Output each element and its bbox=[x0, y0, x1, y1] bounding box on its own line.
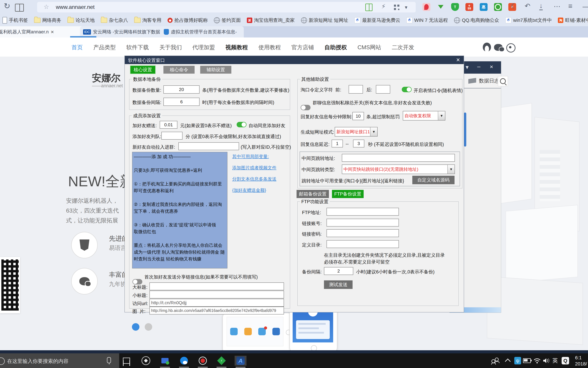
app-active-highlight[interactable]: A bbox=[235, 356, 246, 366]
bookmark-item[interactable]: 论坛天地 bbox=[67, 17, 95, 24]
close-icon[interactable]: × bbox=[490, 64, 493, 70]
nav-video[interactable]: 视频教程 bbox=[225, 44, 248, 51]
nav-tutorial[interactable]: 使用教程 bbox=[258, 44, 281, 51]
taskbar-search[interactable]: 在这里输入你要搜索的内容 bbox=[0, 353, 119, 368]
share-link-toggle[interactable] bbox=[132, 279, 142, 285]
delay-max-input[interactable] bbox=[353, 140, 364, 147]
nav-about[interactable]: 关于我们 bbox=[159, 44, 182, 51]
bookmark-item[interactable]: 新浪短网址 短网址 bbox=[301, 17, 348, 24]
qr-code-icon[interactable] bbox=[394, 5, 399, 10]
undo-icon[interactable]: ↶ bbox=[525, 2, 530, 10]
lightning-icon[interactable]: ⚡ bbox=[381, 3, 386, 10]
tray-people-icon[interactable] bbox=[490, 356, 500, 366]
download-icon[interactable]: ↓ bbox=[539, 2, 543, 10]
ext-shield-icon[interactable]: T bbox=[451, 3, 459, 11]
notes-icon[interactable] bbox=[365, 4, 372, 11]
tray-usb-icon[interactable]: ψ bbox=[513, 356, 523, 366]
select-arrow-icon[interactable]: ▼ bbox=[370, 127, 377, 136]
url-text[interactable]: www.annaer.net bbox=[56, 4, 95, 10]
app-remote-desktop-icon[interactable] bbox=[160, 356, 170, 366]
app-green-diamond-icon[interactable] bbox=[217, 356, 226, 366]
bookmark-item[interactable]: 淘旺铺-素材中心 bbox=[558, 17, 588, 24]
nav-cms[interactable]: CMS网站 bbox=[358, 44, 381, 51]
welcome-textarea[interactable]: ————添 加 成 功———— 只要3步,即可获得淘宝优惠券+返利 ①：把手机淘… bbox=[132, 152, 228, 268]
app-recorder-icon[interactable] bbox=[198, 356, 208, 366]
carousel-dot[interactable] bbox=[145, 323, 152, 331]
nav-selfauth[interactable]: 自助授权 bbox=[325, 44, 347, 51]
ext-huaban-icon[interactable] bbox=[422, 3, 430, 11]
ftp-dir-input[interactable] bbox=[326, 240, 399, 248]
pull-group-input[interactable] bbox=[178, 142, 239, 150]
select-arrow-icon[interactable]: ▼ bbox=[448, 165, 455, 174]
menu-icon[interactable]: ≡ bbox=[568, 2, 572, 10]
ftp-backup-button[interactable]: FTP备份设置 bbox=[332, 190, 364, 198]
backup-interval-input[interactable] bbox=[163, 98, 200, 106]
dialog-close-icon[interactable]: × bbox=[456, 56, 460, 64]
email-backup-button[interactable]: 邮箱备份设置 bbox=[297, 190, 329, 198]
nav-agent[interactable]: 代理加盟 bbox=[192, 44, 215, 51]
nav-store[interactable]: 官方店铺 bbox=[291, 44, 314, 51]
app-compass-icon[interactable] bbox=[141, 356, 151, 366]
gift-input[interactable] bbox=[160, 121, 177, 129]
ftp-interval-input[interactable] bbox=[324, 267, 353, 275]
backup-count-input[interactable] bbox=[163, 85, 200, 93]
tray-wifi-icon[interactable] bbox=[532, 356, 542, 366]
add-media-link[interactable]: 添加图片或者视频文件 bbox=[232, 165, 276, 171]
auto-accept-toggle[interactable] bbox=[237, 122, 246, 127]
force-private-toggle[interactable] bbox=[301, 105, 310, 110]
wechat-icon[interactable] bbox=[494, 44, 502, 51]
bookmark-item[interactable]: 签约页面 bbox=[214, 17, 241, 24]
ext-hui-icon[interactable]: 惠 bbox=[480, 3, 488, 11]
qq-icon[interactable] bbox=[483, 43, 491, 51]
tab-aux-settings[interactable]: 辅助设置 bbox=[200, 66, 231, 74]
task-view-button[interactable] bbox=[122, 356, 132, 366]
tkl-back-input[interactable] bbox=[376, 85, 390, 93]
custom-domain-button[interactable]: 自定义域名源码 bbox=[412, 176, 455, 184]
midpage-type-select[interactable]: 中间页快站跳转接口(2)(无需跳转地址) ▼ bbox=[342, 165, 455, 174]
address-bar[interactable]: ☆ www.annaer.net ⚡ ▾ bbox=[37, 2, 416, 12]
more-icon[interactable]: ⋯ bbox=[554, 2, 561, 10]
page-search-button[interactable] bbox=[498, 76, 508, 86]
bookmark-item[interactable]: తిwin7系统txt文件中 bbox=[505, 17, 552, 24]
emoji-command-toggle[interactable] bbox=[402, 87, 412, 92]
app-browser-q-icon[interactable] bbox=[179, 356, 189, 366]
bookmark-item[interactable]: 抢占微博好昵称 bbox=[167, 17, 208, 24]
bookmark-item[interactable]: తి最新亚马逊免费云 bbox=[354, 17, 400, 24]
tkl-front-input[interactable] bbox=[349, 85, 363, 93]
log-scrollbar[interactable] bbox=[464, 112, 466, 147]
chevron-down-icon[interactable]: ▾ bbox=[405, 4, 407, 10]
refresh-icon[interactable]: ↻ bbox=[4, 1, 10, 10]
nav-download[interactable]: 软件下载 bbox=[126, 44, 149, 51]
punish-select[interactable]: 自动恢复权限 ▼ bbox=[403, 111, 445, 120]
tray-q-pinyin-icon[interactable]: Q bbox=[561, 356, 570, 366]
bookmark-item[interactable]: 网络商务 bbox=[34, 17, 61, 24]
minimize-window-icon[interactable]: — bbox=[583, 3, 588, 10]
visit-url-input[interactable] bbox=[149, 299, 284, 307]
weibo-icon[interactable] bbox=[506, 43, 516, 53]
bookmark-item[interactable]: 手机书签 bbox=[2, 17, 28, 24]
vars-title-link[interactable]: 其中可用局部变量: bbox=[232, 154, 269, 160]
dialog-titlebar[interactable]: 软件核心设置窗口 × bbox=[125, 56, 464, 64]
nav-home[interactable]: 首页 bbox=[71, 44, 83, 51]
bookmark-item[interactable]: 淘客专用 bbox=[134, 17, 161, 24]
ext-99-icon[interactable]: e99 bbox=[465, 3, 473, 11]
select-arrow-icon[interactable]: ▼ bbox=[438, 111, 445, 120]
reading-mode-icon[interactable] bbox=[15, 4, 24, 12]
midpage-addr-input[interactable] bbox=[342, 154, 455, 162]
mic-icon[interactable] bbox=[107, 357, 111, 363]
bookmark-star-icon[interactable]: ☆ bbox=[44, 3, 49, 10]
gift-var-link[interactable]: {加好友赠送金额} bbox=[232, 187, 266, 193]
ftp-account-input[interactable] bbox=[326, 219, 399, 227]
bookmark-item[interactable]: QQ.电商购物公众 bbox=[454, 17, 499, 24]
tray-ime-indicator[interactable]: 英 bbox=[550, 356, 560, 366]
image-url-input[interactable] bbox=[149, 307, 284, 314]
filter-icon[interactable]: ▼ bbox=[465, 64, 470, 70]
tray-battery-icon[interactable] bbox=[522, 356, 532, 366]
ext-download-arrow-icon[interactable] bbox=[437, 3, 445, 11]
ftp-addr-input[interactable] bbox=[326, 208, 399, 216]
night-mode-icon[interactable]: ☾ bbox=[511, 2, 517, 10]
test-send-button[interactable]: 测试发送 bbox=[324, 280, 352, 289]
nav-dev[interactable]: 二次开发 bbox=[392, 44, 414, 51]
bookmark-item[interactable]: 派淘宝信用查询_卖家 bbox=[247, 17, 295, 24]
site-logo[interactable]: 安娜尔 bbox=[92, 72, 121, 84]
